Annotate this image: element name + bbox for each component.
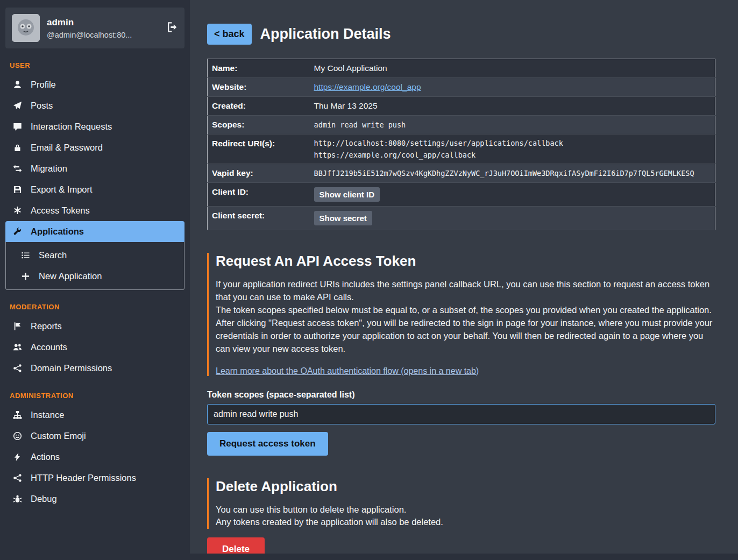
- sidebar-nav-user: Profile Posts Interaction Requests Email…: [5, 74, 184, 290]
- sidebar-item-migration[interactable]: Migration: [5, 158, 184, 179]
- exchange-icon: [12, 164, 23, 173]
- detail-label-name: Name:: [208, 59, 310, 78]
- token-scopes-input[interactable]: [207, 404, 715, 424]
- detail-label-website: Website:: [208, 78, 310, 97]
- detail-value-name: My Cool Application: [310, 59, 715, 78]
- redirect-uri-1: http://localhost:8080/settings/user/appl…: [314, 139, 711, 147]
- detail-row-name: Name: My Cool Application: [208, 59, 715, 78]
- wrench-icon: [12, 227, 23, 236]
- sidebar-item-domain-permissions[interactable]: Domain Permissions: [5, 358, 184, 379]
- application-details-table: Name: My Cool Application Website: https…: [207, 59, 715, 230]
- detail-row-created: Created: Thu Mar 13 2025: [208, 97, 715, 116]
- detail-row-client-id: Client ID: Show client ID: [208, 183, 715, 207]
- sidebar-item-label: Debug: [31, 494, 57, 504]
- asterisk-icon: [12, 206, 23, 215]
- sidebar-item-debug[interactable]: Debug: [5, 488, 184, 509]
- section-label-moderation: MODERATION: [10, 303, 184, 311]
- logout-icon[interactable]: [167, 22, 178, 35]
- sidebar-item-search[interactable]: Search: [6, 245, 184, 266]
- sitemap-icon: [12, 410, 23, 420]
- detail-row-vapid-key: Vapid key: BBJffJ219b5iE512m7wQSzv4KgKDh…: [208, 164, 715, 183]
- detail-label-client-id: Client ID:: [208, 183, 310, 207]
- request-token-paragraph-2: The token scopes specified below must be…: [216, 304, 715, 317]
- comment-icon: [12, 122, 23, 131]
- main-panel: < back Application Details Name: My Cool…: [190, 0, 738, 554]
- bug-icon: [12, 494, 23, 504]
- detail-row-scopes: Scopes: admin read write push: [208, 116, 715, 134]
- page-title: Application Details: [260, 26, 391, 42]
- sidebar-item-http-header-permissions[interactable]: HTTP Header Permissions: [5, 467, 184, 488]
- sidebar-item-email-password[interactable]: Email & Password: [5, 137, 184, 158]
- sidebar-item-accounts[interactable]: Accounts: [5, 337, 184, 358]
- sidebar-item-reports[interactable]: Reports: [5, 316, 184, 337]
- avatar-image: [12, 14, 40, 42]
- sidebar-item-custom-emoji[interactable]: Custom Emoji: [5, 426, 184, 446]
- user-meta: admin @admin@localhost:80...: [47, 17, 160, 39]
- sidebar-item-label: Export & Import: [31, 185, 93, 195]
- section-label-administration: ADMINISTRATION: [10, 392, 184, 400]
- detail-row-website: Website: https://example.org/cool_app: [208, 78, 715, 97]
- paper-plane-icon: [12, 101, 23, 110]
- users-icon: [12, 343, 23, 352]
- sidebar-item-label: New Application: [39, 271, 102, 281]
- sidebar-item-label: Custom Emoji: [31, 431, 86, 441]
- sidebar-item-label: HTTP Header Permissions: [31, 473, 136, 483]
- sidebar-item-label: Search: [39, 250, 67, 260]
- detail-label-vapid-key: Vapid key:: [208, 164, 310, 183]
- sidebar-item-label: Accounts: [31, 342, 67, 352]
- sidebar-item-label: Posts: [31, 101, 53, 111]
- plus-icon: [20, 272, 31, 281]
- section-label-user: USER: [10, 61, 184, 69]
- sidebar-item-posts[interactable]: Posts: [5, 95, 184, 116]
- delete-button-row: Delete: [207, 529, 715, 554]
- back-button[interactable]: < back: [207, 24, 252, 45]
- sidebar-item-label: Applications: [31, 226, 84, 237]
- sidebar-item-label: Interaction Requests: [31, 122, 112, 132]
- request-access-token-button[interactable]: Request access token: [207, 432, 328, 456]
- detail-label-redirect-uris: Redirect URI(s):: [208, 134, 310, 164]
- detail-value-created: Thu Mar 13 2025: [310, 97, 715, 116]
- sidebar: admin @admin@localhost:80... USER Profil…: [0, 0, 190, 560]
- detail-label-client-secret: Client secret:: [208, 207, 310, 230]
- smiley-icon: [12, 431, 23, 441]
- sidebar-item-instance[interactable]: Instance: [5, 405, 184, 426]
- detail-label-scopes: Scopes:: [208, 116, 310, 134]
- delete-line-1: You can use this button to delete the ap…: [216, 504, 715, 516]
- delete-button[interactable]: Delete: [207, 537, 265, 554]
- sidebar-item-export-import[interactable]: Export & Import: [5, 179, 184, 200]
- sidebar-nav-administration: Instance Custom Emoji Actions HTTP Heade…: [5, 405, 184, 509]
- detail-value-scopes: admin read write push: [310, 116, 715, 134]
- sidebar-item-access-tokens[interactable]: Access Tokens: [5, 200, 184, 221]
- request-token-paragraph-3: After clicking "Request access token", y…: [216, 317, 715, 356]
- show-client-id-button[interactable]: Show client ID: [314, 187, 380, 202]
- sidebar-item-label: Actions: [31, 452, 60, 462]
- detail-value-client-id: Show client ID: [310, 183, 715, 207]
- website-link[interactable]: https://example.org/cool_app: [314, 82, 421, 91]
- detail-label-created: Created:: [208, 97, 310, 116]
- sidebar-item-applications[interactable]: Applications: [5, 221, 184, 242]
- sidebar-item-interaction-requests[interactable]: Interaction Requests: [5, 116, 184, 137]
- user-card[interactable]: admin @admin@localhost:80...: [5, 8, 184, 48]
- sidebar-item-label: Reports: [31, 321, 62, 331]
- sidebar-item-actions[interactable]: Actions: [5, 446, 184, 467]
- detail-value-vapid-key: BBJffJ219b5iE512m7wQSzv4KgKDhgZZVzNyWC_r…: [310, 164, 715, 183]
- request-token-heading: Request An API Access Token: [216, 253, 715, 270]
- sidebar-item-label: Email & Password: [31, 143, 103, 153]
- detail-row-redirect-uris: Redirect URI(s): http://localhost:8080/s…: [208, 134, 715, 164]
- detail-value-client-secret: Show secret: [310, 207, 715, 230]
- sidebar-item-label: Migration: [31, 164, 67, 174]
- sidebar-item-new-application[interactable]: New Application: [6, 266, 184, 287]
- delete-application-heading: Delete Application: [216, 478, 715, 495]
- sidebar-item-label: Access Tokens: [31, 205, 90, 216]
- delete-line-2: Any tokens created by the application wi…: [216, 516, 715, 529]
- share-nodes-icon: [12, 364, 23, 373]
- detail-value-redirect-uris: http://localhost:8080/settings/user/appl…: [310, 134, 715, 164]
- page-header: < back Application Details: [207, 24, 715, 45]
- token-scopes-label: Token scopes (space-separated list): [207, 390, 715, 400]
- show-secret-button[interactable]: Show secret: [314, 211, 372, 225]
- sidebar-item-profile[interactable]: Profile: [5, 74, 184, 95]
- sidebar-item-label: Domain Permissions: [31, 363, 112, 373]
- oauth-docs-link[interactable]: Learn more about the OAuth authenticatio…: [216, 366, 479, 376]
- lock-icon: [12, 143, 23, 152]
- sidebar-item-label: Profile: [31, 80, 56, 90]
